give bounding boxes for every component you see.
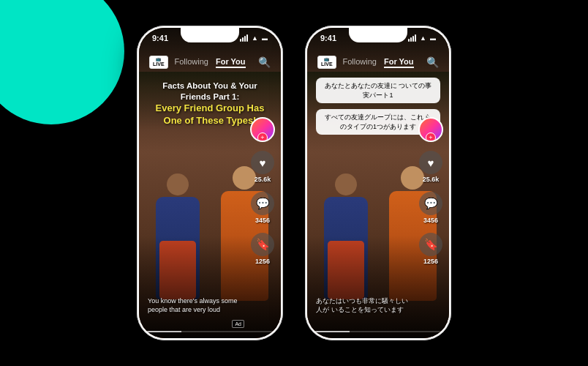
ad-badge-left: Ad	[232, 320, 244, 328]
wifi-icon-left: ▲	[252, 34, 258, 42]
creator-avatar-right[interactable]	[418, 117, 443, 142]
phone-right-screen: 9:41 ▲ ▬ 📺 LIVE	[307, 28, 449, 338]
like-button-left[interactable]: ♥ 25.6k	[251, 151, 274, 183]
bookmark-icon-right: 🔖	[419, 233, 442, 256]
video-title-white-left: Facts About You & Your Friends Part 1:	[148, 81, 272, 102]
progress-fill-right	[307, 331, 350, 332]
live-badge-left: 📺 LIVE	[149, 56, 168, 69]
creator-avatar-left[interactable]	[250, 117, 275, 142]
comment-button-right[interactable]: 💬 3456	[419, 192, 442, 224]
caption-text-left: You know there's always some people that…	[148, 296, 244, 315]
live-badge-right: 📺 LIVE	[317, 56, 336, 69]
comment-icon-right: 💬	[419, 192, 442, 215]
phone-left-screen: 9:41 ▲ ▬ 📺 LIVE	[139, 28, 281, 338]
comment-button-left[interactable]: 💬 3456	[251, 192, 274, 224]
bookmark-button-left[interactable]: 🔖 1256	[251, 233, 274, 265]
like-count-left: 25.6k	[255, 176, 271, 183]
progress-bar-right	[307, 331, 449, 332]
notch-right	[349, 28, 407, 42]
phones-container: 9:41 ▲ ▬ 📺 LIVE	[137, 26, 451, 340]
nav-bar-left[interactable]: 📺 LIVE Following For You 🔍	[139, 48, 281, 76]
comment-icon-left: 💬	[251, 192, 274, 215]
nav-tabs-left: Following For You	[174, 57, 245, 68]
action-buttons-right: ♥ 25.6k 💬 3456 🔖 1256	[418, 117, 443, 265]
tab-for-you-left[interactable]: For You	[216, 57, 246, 68]
bookmark-icon-left: 🔖	[251, 233, 274, 256]
status-icons-left: ▲ ▬	[240, 34, 268, 42]
caption-right: あなたはいつも非常に騒々しい人が いることを知っています	[316, 296, 412, 315]
bookmark-count-left: 1256	[255, 258, 270, 265]
heart-icon-right: ♥	[419, 151, 442, 174]
comment-count-left: 3456	[255, 217, 270, 224]
caption-text-right: あなたはいつも非常に騒々しい人が いることを知っています	[316, 296, 412, 315]
like-count-right: 25.6k	[423, 176, 440, 183]
tab-for-you-right[interactable]: For You	[384, 57, 414, 68]
comment-count-right: 3456	[423, 217, 438, 224]
phone-left: 9:41 ▲ ▬ 📺 LIVE	[137, 26, 283, 340]
battery-icon-right: ▬	[430, 35, 436, 42]
like-button-right[interactable]: ♥ 25.6k	[419, 151, 442, 183]
speech-bubble-1-right: あなたとあなたの友達に ついての事実パート1	[316, 78, 440, 103]
heart-icon-left: ♥	[251, 151, 274, 174]
search-icon-right[interactable]: 🔍	[426, 56, 439, 68]
status-time-right: 9:41	[320, 34, 336, 42]
status-icons-right: ▲ ▬	[408, 34, 436, 42]
bookmark-button-right[interactable]: 🔖 1256	[419, 233, 442, 265]
tab-following-left[interactable]: Following	[174, 57, 208, 68]
search-icon-left[interactable]: 🔍	[258, 56, 271, 68]
caption-left: You know there's always some people that…	[148, 296, 244, 315]
nav-bar-right[interactable]: 📺 LIVE Following For You 🔍	[307, 48, 449, 76]
phone-right: 9:41 ▲ ▬ 📺 LIVE	[305, 26, 451, 340]
wifi-icon-right: ▲	[420, 34, 426, 42]
signal-icon-right	[408, 34, 416, 42]
bookmark-count-right: 1256	[423, 258, 438, 265]
notch-left	[181, 28, 239, 42]
nav-tabs-right: Following For You	[342, 57, 413, 68]
action-buttons-left: ♥ 25.6k 💬 3456 🔖 1256	[250, 117, 275, 265]
background-accent	[0, 0, 124, 124]
progress-bar-left	[139, 331, 281, 332]
progress-fill-left	[139, 331, 181, 332]
signal-icon-left	[240, 34, 248, 42]
tab-following-right[interactable]: Following	[342, 57, 376, 68]
status-time-left: 9:41	[152, 34, 168, 42]
battery-icon-left: ▬	[262, 35, 268, 42]
